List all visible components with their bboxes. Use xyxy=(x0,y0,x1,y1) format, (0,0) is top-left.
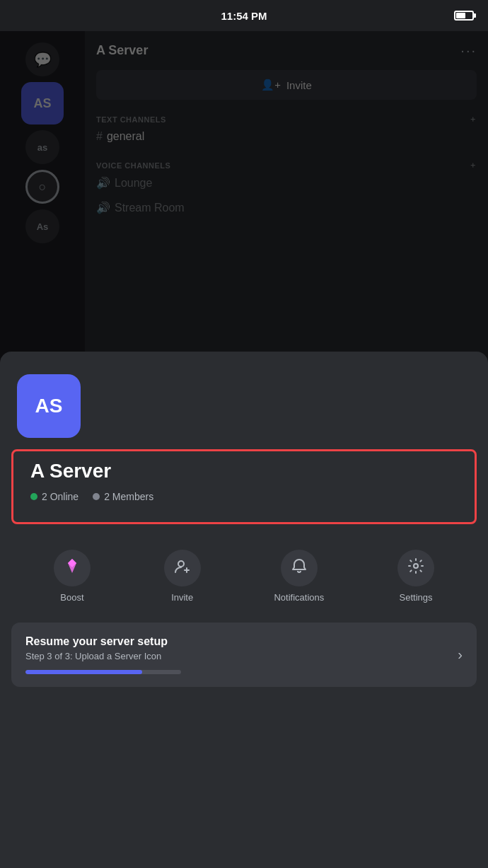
status-bar: 11:54 PM xyxy=(0,0,488,31)
notifications-icon-wrap xyxy=(281,550,318,586)
svg-point-5 xyxy=(414,564,418,568)
settings-icon-wrap xyxy=(397,550,434,586)
settings-label: Settings xyxy=(400,592,433,603)
battery-icon xyxy=(454,11,474,21)
boost-icon-wrap xyxy=(54,550,91,586)
boost-action[interactable]: Boost xyxy=(54,550,91,603)
bottom-sheet: AS A Server 2 Online 2 Members xyxy=(0,352,488,868)
resume-title: Resume your server setup xyxy=(25,635,181,648)
notifications-action[interactable]: Notifications xyxy=(274,550,324,603)
action-row: Boost Invite xyxy=(0,536,488,617)
server-avatar-area: AS xyxy=(0,352,488,449)
online-stat: 2 Online xyxy=(30,491,79,502)
svg-marker-1 xyxy=(68,559,76,567)
server-stats: 2 Online 2 Members xyxy=(30,491,458,511)
members-stat: 2 Members xyxy=(93,491,153,502)
members-count: 2 Members xyxy=(104,491,153,502)
invite-label: Invite xyxy=(171,592,193,603)
boost-label: Boost xyxy=(60,592,83,603)
status-time: 11:54 PM xyxy=(221,10,267,22)
online-dot xyxy=(30,493,37,500)
server-avatar-label: AS xyxy=(35,395,63,417)
dim-overlay xyxy=(0,0,488,382)
bell-icon xyxy=(291,557,308,579)
members-dot xyxy=(93,493,100,500)
progress-bar-bg xyxy=(25,670,181,674)
boost-gem-icon xyxy=(64,557,81,579)
resume-card[interactable]: Resume your server setup Step 3 of 3: Up… xyxy=(11,623,477,687)
progress-bar-fill xyxy=(25,670,142,674)
settings-action[interactable]: Settings xyxy=(397,550,434,603)
chevron-right-icon: › xyxy=(458,647,463,663)
online-count: 2 Online xyxy=(42,491,79,502)
invite-action[interactable]: Invite xyxy=(164,550,201,603)
server-info-card: A Server 2 Online 2 Members xyxy=(11,449,477,524)
invite-icon-wrap xyxy=(164,550,201,586)
gear-icon xyxy=(407,557,424,579)
battery-fill xyxy=(456,13,465,18)
svg-point-2 xyxy=(178,561,184,567)
notifications-label: Notifications xyxy=(274,592,324,603)
invite-person-icon xyxy=(174,558,191,579)
server-avatar: AS xyxy=(17,374,81,438)
resume-subtitle: Step 3 of 3: Upload a Server Icon xyxy=(25,651,181,661)
resume-content: Resume your server setup Step 3 of 3: Up… xyxy=(25,635,181,674)
server-title: A Server xyxy=(30,451,458,491)
